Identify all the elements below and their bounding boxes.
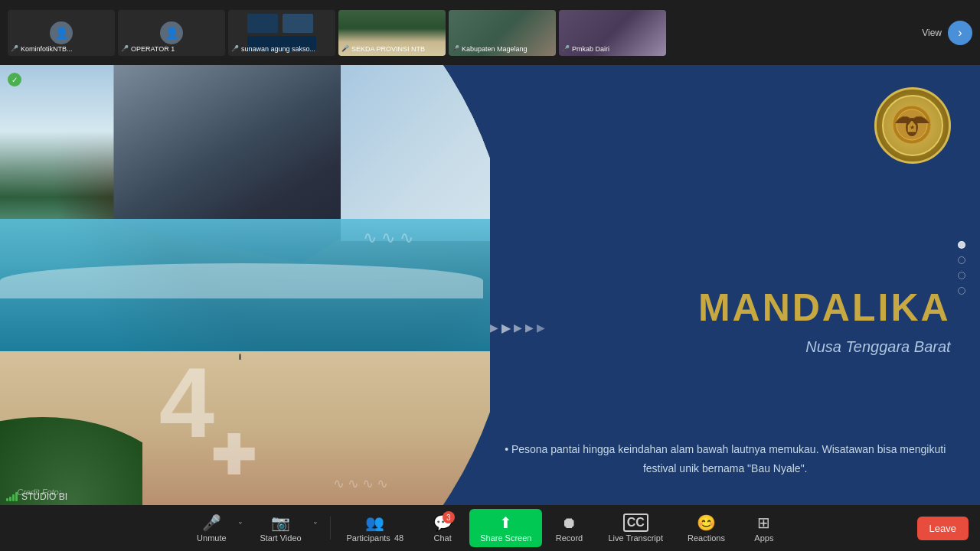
seal-svg: ★: [891, 104, 933, 146]
play-icon-2: ▶: [501, 321, 511, 335]
mic-icon-6: 🎤: [562, 45, 570, 52]
participant-name-box-6: 🎤 Pmkab Dairi: [562, 45, 663, 53]
participant-thumb-6[interactable]: 🎤 Pmkab Dairi: [559, 10, 666, 56]
beach-figure: [239, 354, 241, 360]
participant-name-label-1: KominfotikNTB...: [21, 45, 73, 53]
nav-dot-3[interactable]: [958, 272, 965, 279]
chat-button[interactable]: 💬 3 Chat: [416, 514, 469, 543]
separator-1: [330, 517, 331, 540]
mic-icon-4: 🎤: [341, 45, 349, 52]
chat-badge: 3: [443, 511, 455, 523]
participant-video-5: 🎤 Kabupaten Magelang: [449, 10, 556, 56]
participant-video-6: 🎤 Pmkab Dairi: [559, 10, 666, 56]
play-icon-4: ▶: [525, 321, 534, 334]
nav-dot-2[interactable]: [958, 256, 965, 264]
share-screen-label: Share Screen: [480, 533, 531, 543]
chevron-right-icon: ›: [958, 26, 962, 40]
leave-button[interactable]: Leave: [917, 517, 969, 540]
mic-off-icon: 🎤: [202, 514, 221, 531]
participant-thumb-5[interactable]: 🎤 Kabupaten Magelang: [449, 10, 556, 56]
record-label: Record: [556, 533, 583, 543]
beach-photo: ✓ 4 ✚ Credit Foto:...: [0, 65, 568, 505]
start-video-group: 📷 Start Video ^: [252, 514, 319, 543]
record-icon: ⏺: [561, 514, 577, 532]
mic-icon-5: 🎤: [452, 45, 459, 52]
participant-name-box-2: 🎤 OPERATOR 1: [121, 45, 222, 53]
caret-down-icon: ^: [239, 519, 242, 526]
live-transcript-icon: CC: [623, 514, 648, 532]
nav-dot-4[interactable]: [958, 287, 965, 295]
start-video-button[interactable]: 📷 Start Video: [252, 514, 309, 543]
apps-icon: ⊞: [757, 514, 770, 532]
record-button[interactable]: ⏺ Record: [542, 514, 596, 543]
svg-text:★: ★: [910, 124, 915, 131]
live-transcript-button[interactable]: CC Live Transcript: [596, 514, 675, 543]
participant-name-box-3: 🎤 sunawan agung sakso...: [231, 45, 332, 53]
wave-decoration-top: ∿∿∿: [363, 228, 418, 248]
play-icon-5: ▶: [537, 321, 545, 334]
unmute-label: Unmute: [197, 533, 227, 543]
participant-video-1: 👤 🎤 KominfotikNTB...: [8, 10, 115, 56]
participants-label: Participants 48: [346, 533, 403, 543]
participant-thumb-2[interactable]: 👤 🎤 OPERATOR 1: [118, 10, 225, 56]
participant-name-label-4: SEKDA PROVINSI NTB: [351, 45, 425, 53]
participant-name-box-5: 🎤 Kabupaten Magelang: [452, 45, 553, 53]
share-screen-icon: ⬆: [499, 514, 512, 532]
beach-photo-inner: [0, 65, 568, 505]
studio-label: STUDIO BI: [6, 491, 67, 502]
apps-label: Apps: [754, 533, 773, 543]
participant-name-box-4: 🎤 SEKDA PROVINSI NTB: [341, 45, 443, 53]
share-screen-button[interactable]: ⬆ Share Screen: [469, 509, 542, 547]
play-buttons-row: ▶ ▶ ▶ ▶ ▶: [490, 321, 545, 335]
signal-bars: [6, 492, 18, 501]
participant-name-label-3: sunawan agung sakso...: [241, 45, 315, 53]
play-icon-3: ▶: [514, 321, 522, 334]
nav-dots: [958, 241, 965, 295]
nav-dot-1[interactable]: [958, 241, 965, 249]
participant-name-label-6: Pmkab Dairi: [572, 45, 609, 53]
signal-bar-4: [15, 492, 18, 501]
participant-thumb-4[interactable]: 🎤 SEKDA PROVINSI NTB: [338, 10, 446, 56]
seal-inner: ★: [882, 95, 943, 156]
start-video-label: Start Video: [260, 533, 301, 543]
bottom-toolbar: 🎤 Unmute ^ 📷 Start Video ^ 👥 Participant…: [0, 505, 980, 551]
video-off-icon: 📷: [271, 514, 290, 532]
reactions-button[interactable]: 😊 Reactions: [675, 514, 737, 543]
participant-thumb-3[interactable]: 🎤 sunawan agung sakso...: [228, 10, 335, 56]
signal-bar-3: [12, 494, 15, 501]
participant-count: 48: [394, 533, 403, 543]
next-participants-button[interactable]: ›: [948, 21, 972, 45]
participants-button[interactable]: 👥 Participants 48: [334, 514, 416, 543]
slide-main-title: MANDALIKA: [698, 285, 951, 330]
participants-icon: 👥: [365, 514, 384, 532]
participant-thumb-1[interactable]: 👤 🎤 KominfotikNTB...: [8, 10, 115, 56]
play-icon-1: ▶: [490, 321, 498, 334]
studio-text: STUDIO BI: [21, 491, 67, 502]
view-label: View: [922, 28, 942, 38]
participants-icon-wrapper: 👥: [365, 514, 384, 532]
participant-video-3: 🎤 sunawan agung sakso...: [228, 10, 335, 56]
participant-screen-3: [247, 14, 316, 33]
presentation-slide: ✓ 4 ✚ Credit Foto:...: [0, 65, 980, 505]
participant-bar: 👤 🎤 KominfotikNTB... 👤 🎤 OPERATOR 1: [0, 0, 980, 65]
garuda-seal: ★: [874, 87, 951, 164]
signal-bar-1: [6, 498, 8, 501]
unmute-button[interactable]: 🎤 Unmute: [189, 514, 234, 543]
participants-text: Participants: [346, 533, 390, 543]
caret-down-icon-2: ^: [314, 519, 317, 526]
reactions-icon: 😊: [697, 514, 716, 532]
cross-symbol: ✚: [211, 429, 256, 483]
wave-decoration-bottom: ∿∿∿∿: [333, 475, 391, 492]
mic-icon-2: 🎤: [121, 45, 129, 52]
video-caret[interactable]: ^: [311, 519, 320, 526]
participant-avatar-2: 👤: [160, 21, 183, 44]
slide-subtitle: Nusa Tenggara Barat: [805, 338, 950, 356]
signal-bar-2: [9, 497, 11, 501]
unmute-caret[interactable]: ^: [236, 519, 245, 526]
apps-button[interactable]: ⊞ Apps: [737, 514, 791, 543]
slide-number-4: 4: [159, 353, 214, 452]
participant-name-label-5: Kabupaten Magelang: [462, 45, 528, 53]
main-content: ✓ 4 ✚ Credit Foto:...: [0, 65, 980, 505]
mic-icon-3: 🎤: [231, 45, 239, 52]
participant-video-4: 🎤 SEKDA PROVINSI NTB: [338, 10, 446, 56]
